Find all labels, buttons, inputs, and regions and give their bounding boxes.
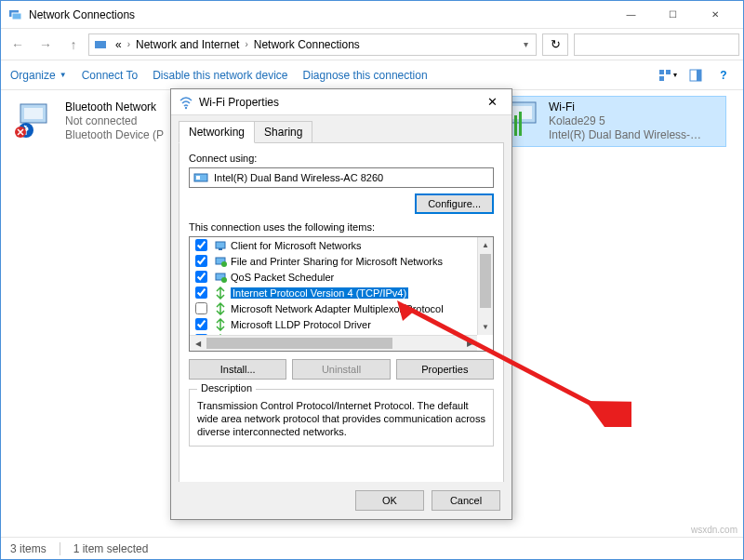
organize-menu[interactable]: Organize ▼ xyxy=(10,69,67,82)
chevron-down-icon: ▼ xyxy=(60,71,67,79)
breadcrumb-root[interactable]: « xyxy=(112,38,126,51)
protocol-icon xyxy=(214,287,227,300)
svg-rect-23 xyxy=(219,248,222,250)
install-button[interactable]: Install... xyxy=(189,359,286,380)
up-button[interactable]: ↑ xyxy=(60,32,86,58)
connection-device: Bluetooth Device (P xyxy=(65,128,164,142)
view-icon xyxy=(658,69,671,82)
network-item[interactable]: Internet Protocol Version 4 (TCP/IPv4) xyxy=(190,285,477,300)
maximize-button[interactable]: ☐ xyxy=(652,2,694,28)
svg-rect-2 xyxy=(95,41,106,48)
svg-rect-22 xyxy=(216,242,225,248)
dialog-title: Wi-Fi Properties xyxy=(199,96,480,109)
svg-rect-3 xyxy=(659,70,664,74)
address-dropdown[interactable]: ▾ xyxy=(520,39,532,49)
network-item[interactable]: Microsoft LLDP Protocol Driver xyxy=(190,316,477,332)
scroll-thumb[interactable] xyxy=(480,254,491,308)
help-button[interactable]: ? xyxy=(713,65,734,86)
connection-item-wifi[interactable]: Wi-Fi Kolade29 5 Intel(R) Dual Band Wire… xyxy=(494,96,726,147)
back-button[interactable]: ← xyxy=(5,32,31,58)
item-label: Microsoft LLDP Protocol Driver xyxy=(231,319,371,330)
dialog-tabs: Networking Sharing xyxy=(171,115,512,143)
item-checkbox[interactable] xyxy=(195,287,207,299)
network-items-list[interactable]: Client for Microsoft NetworksFile and Pr… xyxy=(189,236,494,352)
close-button[interactable]: ✕ xyxy=(694,2,736,28)
horizontal-scrollbar[interactable]: ◀ ▶ xyxy=(190,335,477,351)
connection-status: Not connected xyxy=(65,114,164,128)
connection-name: Wi-Fi xyxy=(549,100,707,114)
network-item[interactable]: Client for Microsoft Networks xyxy=(190,237,477,253)
tab-panel-networking: Connect using: Intel(R) Dual Band Wirele… xyxy=(179,142,504,498)
dialog-titlebar: Wi-Fi Properties ✕ xyxy=(171,89,512,115)
bluetooth-adapter-icon xyxy=(15,100,60,140)
uninstall-button[interactable]: Uninstall xyxy=(292,359,390,380)
vertical-scrollbar[interactable]: ▲ ▼ xyxy=(477,237,493,335)
command-bar: Organize ▼ Connect To Disable this netwo… xyxy=(1,60,743,90)
refresh-button[interactable]: ↻ xyxy=(542,33,568,56)
svg-rect-9 xyxy=(24,108,43,119)
protocol-icon xyxy=(214,302,227,315)
svg-point-19 xyxy=(185,106,187,108)
scroll-thumb-h[interactable] xyxy=(206,338,392,349)
item-label: QoS Packet Scheduler xyxy=(231,272,334,283)
svg-rect-4 xyxy=(666,70,671,74)
search-input[interactable] xyxy=(574,33,739,56)
scroll-right-button[interactable]: ▶ xyxy=(461,336,477,351)
connection-name: Bluetooth Network xyxy=(65,100,164,114)
item-label: Client for Microsoft Networks xyxy=(231,240,362,251)
forward-button[interactable]: → xyxy=(33,32,59,58)
tab-sharing[interactable]: Sharing xyxy=(254,121,312,143)
disable-device-button[interactable]: Disable this network device xyxy=(153,69,287,82)
minimize-button[interactable]: — xyxy=(610,2,652,28)
status-selection: 1 item selected xyxy=(73,542,149,555)
ok-button[interactable]: OK xyxy=(355,490,424,511)
network-item[interactable]: QoS Packet Scheduler xyxy=(190,269,477,285)
network-item[interactable]: Microsoft Network Adapter Multiplexor Pr… xyxy=(190,300,477,316)
configure-button[interactable]: Configure... xyxy=(415,193,494,214)
connect-using-label: Connect using: xyxy=(189,153,494,164)
svg-rect-18 xyxy=(519,112,522,136)
svg-rect-17 xyxy=(514,115,517,136)
scroll-left-button[interactable]: ◀ xyxy=(190,336,206,351)
tab-networking[interactable]: Networking xyxy=(179,121,255,143)
location-icon xyxy=(93,37,108,52)
protocol-icon xyxy=(214,318,227,331)
connect-to-button[interactable]: Connect To xyxy=(82,69,139,82)
item-label: File and Printer Sharing for Microsoft N… xyxy=(231,256,443,267)
network-item[interactable]: File and Printer Sharing for Microsoft N… xyxy=(190,253,477,269)
description-group: Description Transmission Control Protoco… xyxy=(189,389,494,447)
item-checkbox[interactable] xyxy=(195,318,207,330)
item-checkbox[interactable] xyxy=(195,271,207,283)
client-icon xyxy=(214,239,227,252)
item-label: Internet Protocol Version 4 (TCP/IPv4) xyxy=(231,287,408,299)
item-checkbox[interactable] xyxy=(195,239,207,251)
diagnose-button[interactable]: Diagnose this connection xyxy=(303,69,428,82)
dialog-close-button[interactable]: ✕ xyxy=(480,95,504,109)
item-label: Microsoft Network Adapter Multiplexor Pr… xyxy=(231,303,444,314)
adapter-name: Intel(R) Dual Band Wireless-AC 8260 xyxy=(214,172,383,183)
cancel-button[interactable]: Cancel xyxy=(432,490,500,511)
explorer-window: Network Connections — ☐ ✕ ← → ↑ « › Netw… xyxy=(0,0,744,560)
scroll-down-button[interactable]: ▼ xyxy=(478,319,493,335)
svg-rect-5 xyxy=(659,76,664,81)
svg-rect-7 xyxy=(697,70,701,81)
item-checkbox[interactable] xyxy=(195,255,207,267)
adapter-icon xyxy=(193,170,208,185)
titlebar: Network Connections — ☐ ✕ xyxy=(1,1,743,29)
scroll-up-button[interactable]: ▲ xyxy=(478,237,493,253)
address-bar[interactable]: « › Network and Internet › Network Conne… xyxy=(88,33,537,56)
watermark: wsxdn.com xyxy=(691,525,737,535)
properties-button[interactable]: Properties xyxy=(396,359,494,380)
wifi-properties-dialog: Wi-Fi Properties ✕ Networking Sharing Co… xyxy=(170,88,512,520)
view-options-button[interactable]: ▾ xyxy=(658,65,678,86)
status-bar: 3 items 1 item selected xyxy=(1,537,743,559)
breadcrumb-parent[interactable]: Network and Internet xyxy=(132,38,243,51)
item-checkbox[interactable] xyxy=(195,302,207,314)
chevron-right-icon: › xyxy=(126,39,132,49)
status-separator xyxy=(60,542,60,555)
adapter-field[interactable]: Intel(R) Dual Band Wireless-AC 8260 xyxy=(189,167,494,188)
preview-pane-button[interactable] xyxy=(685,65,706,86)
svg-point-27 xyxy=(221,277,227,283)
description-label: Description xyxy=(197,382,256,393)
breadcrumb-current[interactable]: Network Connections xyxy=(250,38,364,51)
